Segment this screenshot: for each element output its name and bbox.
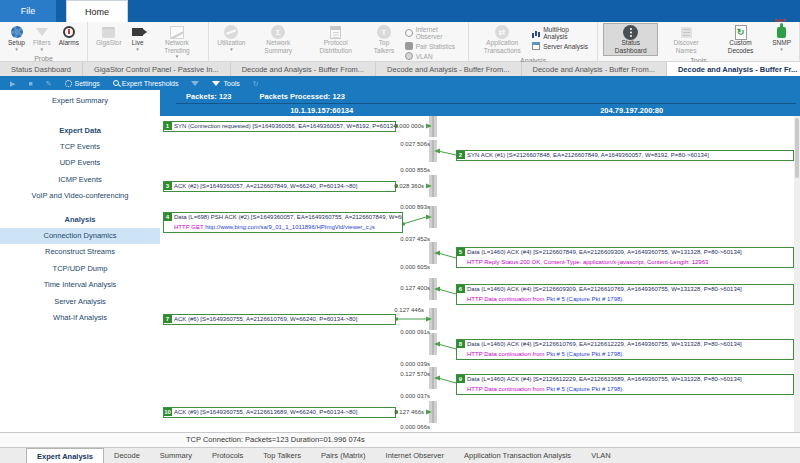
stop-button[interactable]: ■ [28, 80, 32, 87]
packet-box-6[interactable]: 6Data (L=1460) ACK (#4) [S=2126609309, E… [456, 284, 794, 305]
packet-http-text: HTTP Data continuation from Pkt # 5 (Cap… [467, 385, 793, 395]
packet-box-8[interactable]: 8Data (L=1460) ACK (#4) [S=2126610769, E… [456, 339, 794, 360]
ribbon-item-filters[interactable]: Filters▾ [30, 23, 54, 54]
filters-icon [34, 25, 50, 39]
ribbon-item-pair-statistics[interactable]: Pair Statistics [405, 42, 464, 50]
packet-box-3[interactable]: 3ACK (#2) [S=1649360057, A=2126607849, W… [163, 181, 396, 192]
decodes-icon: ↻ [733, 25, 749, 39]
sidebar-item-time-interval-analysis[interactable]: Time Interval Analysis [0, 277, 160, 294]
ribbon-item-vlan[interactable]: VLAN [405, 52, 464, 60]
doc-tab-label: Decode and Analysis - Buffer From... [242, 65, 364, 74]
tools-button[interactable]: Tools [212, 80, 239, 87]
doc-tab-decode-and-analysis-buffer-from[interactable]: Decode and Analysis - Buffer From... [376, 62, 521, 76]
refresh-button[interactable]: ↻ [253, 80, 259, 87]
packet-box-9[interactable]: 9Data (L=1460) ACK (#4) [S=2126612229, E… [456, 374, 794, 395]
bottom-tab-decode[interactable]: Decode [104, 448, 150, 463]
gear-icon [65, 80, 72, 87]
time-label: 0.028 360s [369, 183, 424, 190]
sidebar-item-icmp-events[interactable]: ICMP Events [0, 172, 160, 189]
ribbon-item-network-summary[interactable]: ΣNetwork Summary [250, 23, 305, 56]
tab-home[interactable]: Home [66, 0, 128, 22]
packet-box-1[interactable]: 1SYN (Connection requested) [S=164936005… [163, 121, 396, 132]
ribbon-item-network-trending[interactable]: Network Trending▾ [151, 23, 204, 61]
doc-tab-status-dashboard[interactable]: Status Dashboard [0, 62, 83, 76]
discover-icon [678, 25, 694, 39]
doc-tab-decode-and-analysis-buffer-fr[interactable]: Decode and Analysis - Buffer Fr...× [667, 62, 800, 76]
sidebar-item-server-analysis[interactable]: Server Analysis [0, 294, 160, 311]
bottom-tab-internet-observer[interactable]: Internet Observer [376, 448, 454, 463]
dropdown-caret-icon: ▾ [15, 47, 18, 52]
filter-button[interactable] [191, 81, 199, 86]
packet-box-10[interactable]: 10ACK (#9) [S=1649360755, A=2126613689, … [163, 407, 396, 418]
dropdown-caret-icon: ▾ [780, 47, 783, 52]
sidebar-item-reconstruct-streams[interactable]: Reconstruct Streams [0, 244, 160, 261]
ribbon-item-top-talkers[interactable]: TTop Talkers [365, 23, 402, 56]
ribbon-item-server-analysis[interactable]: Server Analysis [532, 42, 592, 50]
ribbon-item-snmp[interactable]: SNMP▾ [769, 23, 794, 54]
packet-box-4[interactable]: 4Data (L=698) PSH ACK (#2) [S=1649360057… [163, 212, 403, 233]
ribbon-item-custom-decodes[interactable]: ↻Custom Decodes [714, 23, 767, 56]
sidebar-item-expert-summary[interactable]: Expert Summary [0, 90, 160, 110]
expert-thresholds-button[interactable]: Expert Thresholds [113, 80, 179, 87]
sidebar-item-udp-events[interactable]: UDP Events [0, 155, 160, 172]
scrollbar-thumb[interactable] [795, 118, 799, 178]
ribbon-item-internet-observer[interactable]: Internet Observer [405, 26, 464, 40]
doc-tab-decode-and-analysis-buffer-from[interactable]: Decode and Analysis - Buffer From... [522, 62, 667, 76]
sidebar-item-connection-dynamics[interactable]: Connection Dynamics [0, 228, 160, 245]
settings-button[interactable]: Settings [65, 80, 100, 87]
gigastor-icon [101, 25, 117, 39]
sidebar-header-analysis: Analysis [0, 211, 160, 228]
bottom-tab-protocols[interactable]: Protocols [202, 448, 253, 463]
packet-box-7[interactable]: 7ACK (#6) [S=1649360755, A=2126610769, W… [163, 314, 396, 325]
bottom-tab-application-transaction-analysis[interactable]: Application Transaction Analysis [454, 448, 581, 463]
packet-http-text: HTTP Data continuation from Pkt # 5 (Cap… [467, 350, 793, 360]
bottom-tab-pairs-matrix[interactable]: Pairs (Matrix) [311, 448, 376, 463]
ribbon-item-label: MultiHop Analysis [543, 26, 592, 40]
start-button[interactable]: ▶ [10, 80, 15, 87]
time-label: 0.037 452s [375, 236, 430, 243]
vertical-scrollbar[interactable] [794, 116, 800, 432]
doc-tab-gigastor-control-panel-passive-in[interactable]: GigaStor Control Panel - Passive In... [83, 62, 231, 76]
bottom-tab-top-talkers[interactable]: Top Talkers [253, 448, 311, 463]
doc-tab-label: Status Dashboard [11, 65, 71, 74]
ribbon-item-live[interactable]: Live▾ [127, 23, 149, 54]
apptrans-icon: ⇄ [494, 25, 510, 39]
ribbon-item-application-transactions[interactable]: ⇄Application Transactions [474, 23, 530, 56]
ribbon-item-gigastor[interactable]: GigaStor [93, 23, 125, 49]
packet-box-5[interactable]: 5Data (L=1460) ACK (#4) [S=2126607849, E… [456, 247, 794, 268]
ribbon-item-protocol-distribution[interactable]: Protocol Distribution [308, 23, 363, 56]
document-tabs: Status DashboardGigaStor Control Panel -… [0, 62, 800, 76]
tab-file[interactable]: File [0, 0, 56, 22]
sidebar-item-tcp-udp-dump[interactable]: TCP/UDP Dump [0, 261, 160, 278]
setup-icon [9, 25, 25, 39]
doc-tab-label: Decode and Analysis - Buffer From... [387, 65, 509, 74]
ribbon-item-alarms[interactable]: Alarms [56, 23, 82, 49]
time-label: 0.127 400s [375, 285, 430, 292]
time-label: 0.000 855s [375, 167, 430, 174]
ribbon-item-multihop-analysis[interactable]: MultiHop Analysis [532, 26, 592, 40]
ribbon-item-status-dashboard[interactable]: Status Dashboard [603, 23, 658, 56]
packet-box-2[interactable]: 2SYN ACK (#1) [S=2126607848, EA=21266078… [456, 150, 794, 161]
ribbon-item-discover-names[interactable]: Discover Names [660, 23, 711, 56]
live-icon [130, 25, 146, 39]
ribbon-item-utilization[interactable]: Utilization▾ [214, 23, 248, 54]
play-icon: ▶ [10, 80, 15, 87]
bottom-tab-vlan[interactable]: VLAN [581, 448, 621, 463]
funnel-icon [191, 81, 199, 86]
sidebar-item-voip-and-video-conferencing[interactable]: VoIP and Video-conferencing [0, 188, 160, 205]
packet-summary-text: Data (L=1460) ACK (#4) [S=2126612229, EA… [467, 375, 793, 385]
bottom-tab-summary[interactable]: Summary [150, 448, 202, 463]
ribbon-item-label: Top Talkers [368, 39, 399, 54]
doc-tab-decode-and-analysis-buffer-from[interactable]: Decode and Analysis - Buffer From... [231, 62, 376, 76]
packet-summary-text: Data (L=1460) ACK (#4) [S=2126607849, EA… [467, 248, 793, 258]
server-icon [532, 42, 540, 50]
proto-icon [328, 25, 344, 39]
edit-button[interactable]: ✎ [46, 80, 52, 87]
ribbon-item-setup[interactable]: Setup▾ [5, 23, 28, 54]
time-label: 0.000 605s [375, 264, 430, 271]
sidebar-item-tcp-events[interactable]: TCP Events [0, 139, 160, 156]
sidebar-item-what-if-analysis[interactable]: What-If Analysis [0, 310, 160, 327]
dropdown-caret-icon: ▾ [41, 47, 44, 52]
packets-count: Packets: 123 [186, 92, 231, 101]
bottom-tab-expert-analysis[interactable]: Expert Analysis [26, 448, 104, 463]
